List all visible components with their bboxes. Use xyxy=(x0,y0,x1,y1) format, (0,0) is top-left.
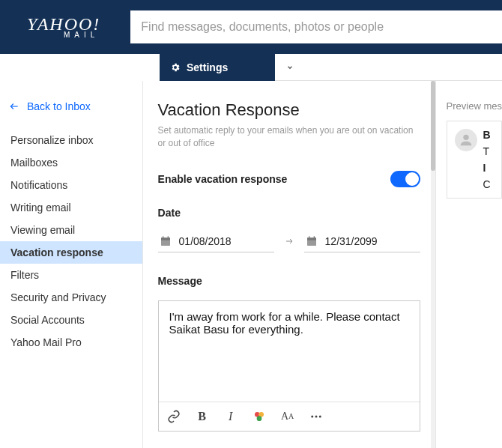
sidebar-item-notifications[interactable]: Notifications xyxy=(0,174,142,196)
vacation-response-pane: Vacation Response Set automatic reply to… xyxy=(143,81,435,448)
pane-scrollbar[interactable] xyxy=(431,81,435,448)
arrow-right-icon xyxy=(283,237,295,246)
calendar-icon xyxy=(306,235,318,247)
more-button[interactable] xyxy=(309,409,324,424)
preview-heading: Preview mes xyxy=(447,100,502,112)
sidebar-item-security-and-privacy[interactable]: Security and Privacy xyxy=(0,286,142,309)
start-date-field[interactable]: 01/08/2018 xyxy=(158,232,274,252)
sidebar-item-viewing-email[interactable]: Viewing email xyxy=(0,219,142,241)
preview-line: B xyxy=(483,129,491,141)
svg-rect-4 xyxy=(167,236,168,238)
message-textarea[interactable]: I'm away from work for a while. Please c… xyxy=(159,301,420,402)
sidebar-item-social-accounts[interactable]: Social Accounts xyxy=(0,309,142,331)
svg-point-13 xyxy=(311,415,313,417)
sidebar-item-writing-email[interactable]: Writing email xyxy=(0,196,142,219)
settings-nav: Personalize inboxMailboxesNotificationsW… xyxy=(0,129,142,354)
preview-line: I xyxy=(483,162,491,174)
italic-button[interactable]: I xyxy=(223,409,238,424)
avatar xyxy=(455,129,477,151)
bold-button[interactable]: B xyxy=(195,409,210,424)
svg-point-16 xyxy=(463,135,468,140)
svg-point-15 xyxy=(318,415,321,417)
font-size-button[interactable]: AA xyxy=(280,409,295,424)
color-button[interactable] xyxy=(252,409,267,424)
message-editor: I'm away from work for a while. Please c… xyxy=(158,300,420,432)
yahoo-logo: YAHOO! MAIL xyxy=(27,15,100,39)
svg-point-14 xyxy=(315,415,317,417)
toggle-knob xyxy=(405,172,419,186)
svg-rect-7 xyxy=(307,237,316,240)
svg-rect-9 xyxy=(313,236,314,238)
scrollbar-thumb[interactable] xyxy=(431,81,435,171)
link-icon xyxy=(167,410,181,423)
subheader: Settings xyxy=(0,54,502,81)
enable-toggle[interactable] xyxy=(390,171,420,187)
settings-sidebar: Back to Inbox Personalize inboxMailboxes… xyxy=(0,81,143,448)
app-header: YAHOO! MAIL xyxy=(0,0,502,54)
calendar-icon xyxy=(160,235,172,247)
sidebar-item-personalize-inbox[interactable]: Personalize inbox xyxy=(0,129,142,151)
svg-rect-3 xyxy=(163,236,163,238)
start-date-value: 01/08/2018 xyxy=(179,235,232,247)
preview-panel: Preview mes B T I C xyxy=(435,81,502,448)
page-subtitle: Set automatic reply to your emails when … xyxy=(158,124,420,150)
search-bar xyxy=(130,10,502,43)
sidebar-item-yahoo-mail-pro[interactable]: Yahoo Mail Pro xyxy=(0,331,142,354)
settings-dropdown[interactable] xyxy=(275,54,305,81)
search-input[interactable] xyxy=(130,10,502,43)
settings-tab[interactable]: Settings xyxy=(160,54,275,81)
gear-icon xyxy=(170,62,181,73)
sidebar-item-mailboxes[interactable]: Mailboxes xyxy=(0,151,142,174)
svg-point-12 xyxy=(256,416,261,421)
chevron-down-icon xyxy=(286,64,294,71)
enable-label: Enable vacation response xyxy=(158,173,288,185)
svg-rect-8 xyxy=(309,236,309,238)
back-to-inbox[interactable]: Back to Inbox xyxy=(0,96,142,129)
arrow-left-icon xyxy=(9,101,19,112)
preview-card: B T I C xyxy=(447,121,502,199)
date-label: Date xyxy=(158,207,420,219)
color-icon xyxy=(253,411,265,423)
end-date-value: 12/31/2099 xyxy=(325,235,378,247)
sidebar-item-filters[interactable]: Filters xyxy=(0,264,142,286)
date-arrow xyxy=(279,236,300,248)
end-date-field[interactable]: 12/31/2099 xyxy=(304,232,420,252)
preview-line: T xyxy=(483,145,491,157)
dots-icon xyxy=(309,410,323,423)
page-title: Vacation Response xyxy=(158,100,420,120)
editor-toolbar: B I AA xyxy=(159,402,420,431)
person-icon xyxy=(458,132,474,148)
sidebar-item-vacation-response[interactable]: Vacation response xyxy=(0,241,142,264)
message-label: Message xyxy=(158,275,420,287)
preview-line: C xyxy=(483,178,491,190)
link-button[interactable] xyxy=(166,409,181,424)
svg-rect-2 xyxy=(161,237,170,240)
